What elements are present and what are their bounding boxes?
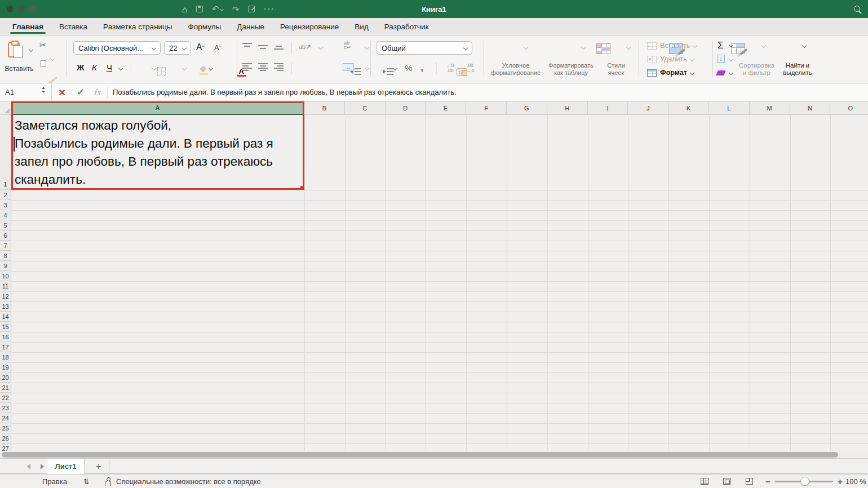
share-icon[interactable] <box>248 6 255 12</box>
column-header-G[interactable]: G <box>507 101 547 115</box>
redo-icon[interactable]: ↷ <box>232 5 240 14</box>
ribbon-tab-4[interactable]: Формулы <box>180 18 229 35</box>
orientation-chevron-icon[interactable] <box>318 45 323 50</box>
insert-function-icon[interactable]: fx <box>94 83 101 101</box>
increase-font-button[interactable]: Aˆ <box>196 42 204 52</box>
normal-view-icon[interactable] <box>701 474 708 488</box>
column-header-E[interactable]: E <box>426 101 466 115</box>
align-middle-icon[interactable] <box>258 42 268 50</box>
format-as-table-label[interactable]: Форматироватькак таблицу <box>543 62 599 76</box>
wrap-text-chevron-icon[interactable] <box>365 45 369 50</box>
fill-down-icon[interactable]: ↓ <box>717 55 725 63</box>
row-header-3[interactable]: 3 <box>0 200 11 210</box>
row-header-11[interactable]: 11 <box>0 281 11 291</box>
italic-button[interactable]: К <box>92 63 97 72</box>
row-header-20[interactable]: 20 <box>0 372 11 383</box>
sort-filter-chevron-icon[interactable] <box>761 43 766 48</box>
row-header-1[interactable]: 1 <box>0 115 11 190</box>
delete-cells-button[interactable]: Удалить <box>647 55 694 63</box>
percent-style-icon[interactable]: % <box>405 63 412 73</box>
column-header-D[interactable]: D <box>386 101 426 115</box>
row-header-5[interactable]: 5 <box>0 220 11 230</box>
ribbon-tab-7[interactable]: Вид <box>347 18 376 35</box>
column-header-M[interactable]: M <box>750 101 790 115</box>
paste-button[interactable] <box>8 40 27 60</box>
clear-eraser-icon[interactable] <box>716 70 726 76</box>
window-zoom-button[interactable] <box>29 6 36 12</box>
fill-color-icon[interactable] <box>200 66 208 75</box>
fill-color-chevron-icon[interactable] <box>182 66 187 70</box>
merge-chevron-icon[interactable] <box>365 66 369 70</box>
bold-button[interactable]: Ж <box>77 63 85 72</box>
cell-styles-label[interactable]: Стилиячеек <box>599 62 633 76</box>
row-header-6[interactable]: 6 <box>0 230 11 241</box>
column-header-K[interactable]: K <box>668 101 709 115</box>
column-header-J[interactable]: J <box>628 101 668 115</box>
zoom-in-button[interactable]: + <box>838 474 843 488</box>
increase-decimal-icon[interactable]: .00→,0 <box>466 63 475 73</box>
row-header-16[interactable]: 16 <box>0 332 11 342</box>
row-header-10[interactable]: 10 <box>0 271 11 281</box>
accessibility-icon[interactable] <box>104 474 112 488</box>
align-center-icon[interactable] <box>258 63 268 71</box>
row-header-4[interactable]: 4 <box>0 210 11 220</box>
page-break-view-icon[interactable] <box>746 474 753 488</box>
autosum-icon[interactable]: Σ <box>718 41 724 50</box>
horizontal-scrollbar[interactable] <box>0 451 868 458</box>
worksheet-grid[interactable]: ABCDEFGHIJKLMNO 123456789101112131415161… <box>0 101 868 451</box>
row-header-2[interactable]: 2 <box>0 190 11 200</box>
more-options-icon[interactable]: ··· <box>264 5 275 14</box>
formula-input[interactable]: Позабылись родимые дали. В первый раз я … <box>113 83 457 101</box>
column-header-B[interactable]: B <box>304 101 345 115</box>
font-name-select[interactable]: Calibri (Основной... <box>73 41 161 55</box>
search-icon[interactable] <box>854 6 860 12</box>
ribbon-tab-2[interactable]: Вставка <box>51 18 95 35</box>
next-sheet-icon[interactable] <box>41 464 44 469</box>
ribbon-tab-3[interactable]: Разметка страницы <box>95 18 180 35</box>
column-header-H[interactable]: H <box>547 101 588 115</box>
accounting-chevron-icon[interactable] <box>393 66 397 70</box>
flip-arrows-icon[interactable]: ⇄ <box>83 474 90 488</box>
find-select-label[interactable]: Найти ивыделить <box>778 62 817 76</box>
row-header-19[interactable]: 19 <box>0 362 11 372</box>
find-select-chevron-icon[interactable] <box>802 43 807 48</box>
row-header-7[interactable]: 7 <box>0 241 11 251</box>
row-header-25[interactable]: 25 <box>0 423 11 433</box>
row-header-9[interactable]: 9 <box>0 261 11 271</box>
cancel-icon[interactable]: × <box>59 83 65 101</box>
column-header-F[interactable]: F <box>466 101 507 115</box>
ribbon-tab-1[interactable]: Главная <box>5 18 51 35</box>
text-orientation-icon[interactable]: ab↗ <box>299 43 311 51</box>
column-header-O[interactable]: O <box>830 101 868 115</box>
underline-chevron-icon[interactable] <box>118 66 123 70</box>
decrease-decimal-icon[interactable]: ←0.00 <box>446 63 454 73</box>
cell-styles-chevron-icon[interactable] <box>626 45 631 50</box>
fill-chevron-icon[interactable] <box>729 57 733 61</box>
row-header-8[interactable]: 8 <box>0 251 11 261</box>
format-cells-button[interactable]: Формат <box>647 69 694 77</box>
ribbon-tab-5[interactable]: Данные <box>229 18 272 35</box>
row-header-15[interactable]: 15 <box>0 322 11 332</box>
insert-cells-button[interactable]: Вставить <box>647 42 697 50</box>
zoom-out-button[interactable]: − <box>765 474 770 488</box>
ribbon-tab-8[interactable]: Разработчик <box>377 18 437 35</box>
home-icon[interactable]: ⌂ <box>182 5 187 14</box>
row-header-23[interactable]: 23 <box>0 403 11 413</box>
row-header-13[interactable]: 13 <box>0 301 11 312</box>
copy-chevron-icon[interactable] <box>50 56 55 61</box>
row-header-17[interactable]: 17 <box>0 342 11 352</box>
column-header-L[interactable]: L <box>709 101 750 115</box>
save-icon[interactable] <box>196 6 203 12</box>
sort-filter-label[interactable]: Сортировкаи фильтр <box>733 62 781 76</box>
comma-style-icon[interactable]: , <box>420 61 423 73</box>
row-header-22[interactable]: 22 <box>0 393 11 403</box>
select-all-corner[interactable] <box>0 101 11 115</box>
merge-center-icon[interactable]: ↔ <box>343 63 354 71</box>
row-header-12[interactable]: 12 <box>0 291 11 301</box>
column-header-I[interactable]: I <box>588 101 628 115</box>
format-as-table-chevron-icon[interactable] <box>581 45 586 50</box>
copy-icon[interactable] <box>41 60 46 67</box>
align-left-icon[interactable] <box>242 63 252 71</box>
name-box[interactable]: A1 <box>0 83 52 101</box>
conditional-formatting-icon[interactable] <box>596 43 610 54</box>
